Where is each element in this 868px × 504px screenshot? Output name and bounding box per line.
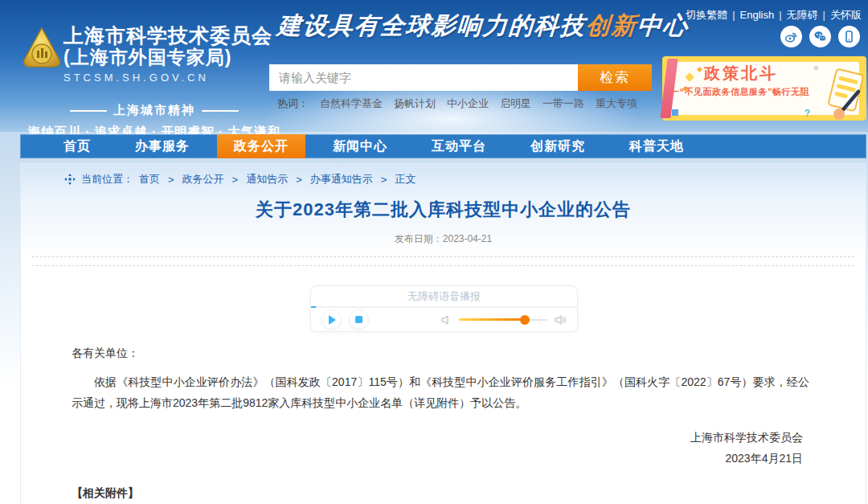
play-icon[interactable] [321,309,342,330]
signature-date: 2023年4月21日 [21,448,803,469]
quick-links-bar: 切换繁體|English|无障碍|关怀版 [686,8,862,23]
nav-tab-services[interactable]: 办事服务 [118,134,207,158]
publish-date: 发布日期：2023-04-21 [21,232,866,246]
breadcrumb-separator: > [296,174,302,186]
audio-player: 无障碍语音播报 [310,285,578,332]
site-identity: 上海市科学技术委员会 (上海市外国专家局) STCSM.SH.GOV.CN 上海… [22,24,287,84]
page: 上海市科学技术委员会 (上海市外国专家局) STCSM.SH.GOV.CN 上海… [0,0,868,504]
audio-controls [311,308,577,331]
nav-tab-innovation[interactable]: 创新研究 [514,134,602,158]
breadcrumb-service-notices[interactable]: 办事通知告示 [310,172,373,186]
calligraphy-slogan: 建设具有全球影响力的科技创新中心 [276,10,665,43]
banner-title: 政策北斗 [704,63,778,84]
audio-progress-bar[interactable] [311,306,577,308]
breadcrumb-separator: > [381,174,387,186]
link-accessibility[interactable]: 无障碍 [787,9,818,21]
mobile-phone-icon[interactable] [838,26,860,47]
attachments-title: 【相关附件】 [72,486,809,501]
hotword-link[interactable]: 一带一路 [542,96,584,111]
city-spirit-title: 上海城市精神 [22,103,287,118]
hotword-link[interactable]: 自然科学基金 [320,96,383,111]
main-nav: 首页 办事服务 政务公开 新闻中心 互动平台 创新研究 科普天地 [20,134,866,158]
breadcrumb-current[interactable]: 正文 [395,172,416,186]
city-spirit-label: 上海城市精神 [113,103,195,118]
breadcrumb: 当前位置： 首页 > 政务公开 > 通知告示 > 办事通知告示 > 正文 [64,172,416,186]
link-elder-mode[interactable]: 关怀版 [830,9,862,21]
wechat-icon[interactable] [809,26,831,47]
gov-emblem-icon [22,27,62,72]
audio-player-title: 无障碍语音播报 [311,286,577,306]
banner-subtitle: 一“不见面政务信息服务”畅行无阻 [670,86,809,98]
breadcrumb-gov-disclosure[interactable]: 政务公开 [182,172,224,186]
link-separator: | [732,9,735,21]
hotwords-row: 热词： 自然科学基金 扬帆计划 中小企业 启明星 一带一路 重大专项 [277,96,637,111]
nav-tab-interaction[interactable]: 互动平台 [415,134,503,158]
search-input[interactable] [269,64,578,91]
article: 关于2023年第二批入库科技型中小企业的公告 发布日期：2023-04-21 无… [21,164,866,504]
nav-tab-home[interactable]: 首页 [47,134,108,158]
slogan-prefix: 建设具有全球影响力的科技 [276,12,587,39]
content-card: 当前位置： 首页 > 政务公开 > 通知告示 > 办事通知告示 > 正文 关于2… [20,163,866,504]
writing-hand-illustration [817,66,866,121]
signature-block: 上海市科学技术委员会 2023年4月21日 [21,427,866,469]
breadcrumb-separator: > [232,174,239,186]
article-paragraph: 依据《科技型中小企业评价办法》（国科发政〔2017〕115号）和《科技型中小企业… [72,372,809,414]
nav-tab-gov-disclosure[interactable]: 政务公开 [217,134,305,158]
nav-tab-science-popular[interactable]: 科普天地 [612,134,701,158]
header-glow-decor [241,48,659,137]
breadcrumb-label: 当前位置： [81,172,133,186]
divider-line [202,110,239,112]
link-traditional-chinese[interactable]: 切换繁體 [686,9,727,21]
nav-tab-news[interactable]: 新闻中心 [316,134,404,158]
volume-knob[interactable] [520,315,530,325]
breadcrumb-separator: > [168,174,174,186]
hotwords-label: 热词： [277,96,309,111]
hotword-link[interactable]: 启明星 [500,96,531,111]
org-subname: (上海市外国专家局) [63,47,287,68]
audio-progress-tick [311,306,316,308]
hotword-link[interactable]: 中小企业 [447,96,489,111]
square-decor [672,109,678,116]
org-name-block: 上海市科学技术委员会 (上海市外国专家局) STCSM.SH.GOV.CN [63,24,287,84]
divider-line [70,110,107,112]
org-name: 上海市科学技术委员会 [63,24,287,47]
salutation: 各有关单位： [72,346,809,361]
volume-fill [459,318,525,321]
dashed-divider [32,265,854,266]
hotword-link[interactable]: 重大专项 [596,96,637,111]
org-domain: STCSM.SH.GOV.CN [63,72,287,84]
slogan-highlight: 创新 [585,12,638,39]
social-icons-row [780,26,860,47]
weibo-icon[interactable] [780,26,802,47]
dashed-divider [32,256,854,257]
question-decor: ? [805,108,810,119]
search-button[interactable]: 检索 [578,64,652,91]
signature-org: 上海市科学技术委员会 [21,427,803,448]
link-english[interactable]: English [740,9,775,21]
site-header: 上海市科学技术委员会 (上海市外国专家局) STCSM.SH.GOV.CN 上海… [0,0,868,132]
search-bar: 检索 [269,64,652,91]
slogan-suffix: 中心 [637,12,690,39]
breadcrumb-home[interactable]: 首页 [139,172,160,186]
hotword-link[interactable]: 扬帆计划 [394,96,436,111]
link-separator: | [779,9,781,21]
link-separator: | [823,9,825,21]
location-crosshair-icon [64,174,76,185]
volume-low-icon [440,313,452,326]
breadcrumb-notices[interactable]: 通知告示 [246,172,288,186]
policy-beidou-banner[interactable]: 政策北斗 一“不见面政务信息服务”畅行无阻 ? [662,56,866,121]
volume-high-icon [554,313,567,326]
article-title: 关于2023年第二批入库科技型中小企业的公告 [21,198,866,222]
volume-slider[interactable] [459,315,547,325]
stop-icon[interactable] [349,309,369,330]
